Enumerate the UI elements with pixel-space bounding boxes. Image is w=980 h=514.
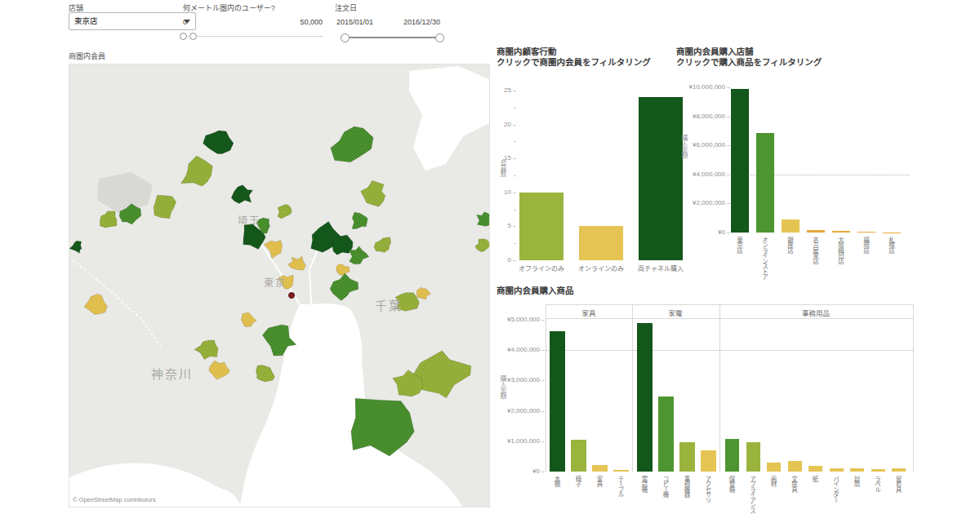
date-slider-track[interactable] — [345, 37, 439, 38]
y-tick-label: ¥0 — [497, 467, 540, 475]
y-tick-mark — [541, 411, 545, 412]
store-location-marker[interactable] — [289, 293, 295, 299]
y-tick-mark — [727, 203, 730, 204]
store-filter-dropdown[interactable]: 東京店 — [69, 12, 196, 30]
x-label: テーブル — [617, 476, 624, 514]
x-label: ラベル — [874, 476, 880, 514]
x-label: 事務機器 — [684, 476, 690, 514]
date-slider-handle-start[interactable] — [341, 33, 350, 42]
y-minor-tick — [514, 175, 516, 176]
bar-オンラインのみ[interactable] — [579, 226, 623, 260]
x-label: 本棚 — [554, 476, 560, 514]
y-tick-label: 25 — [497, 86, 511, 94]
prefecture-label-東京: 東京 — [264, 275, 287, 289]
y-tick-mark — [513, 260, 516, 261]
panel-divider — [546, 304, 546, 472]
prefecture-label-埼玉: 埼玉 — [238, 213, 261, 227]
x-label: 留め具 — [895, 476, 902, 514]
y-tick-mark — [513, 193, 516, 193]
bar-名古屋栄店[interactable] — [807, 230, 825, 233]
date-end-value: 2016/12/30 — [403, 18, 440, 26]
bar-オンラインストア[interactable] — [756, 133, 774, 233]
panel-frame — [546, 304, 913, 305]
x-label: 封筒 — [853, 476, 860, 514]
bar-家具[interactable] — [592, 465, 608, 472]
y-tick-mark — [541, 472, 545, 472]
radius-min-value: 0 — [183, 18, 187, 26]
x-label: アプライアンス — [749, 476, 755, 514]
bar-紙[interactable] — [808, 466, 822, 472]
y-tick-label: ¥1,000,000 — [497, 437, 540, 445]
bar-テーブル[interactable] — [613, 470, 629, 472]
bar-画材[interactable] — [767, 463, 781, 472]
map-title: 商圏内会員 — [69, 51, 105, 61]
x-label: 東京店 — [736, 237, 742, 287]
radius-slider-handle-high[interactable] — [189, 33, 197, 40]
y-tick-label: ¥4,000,000 — [497, 346, 540, 353]
x-label: 電話機 — [641, 476, 648, 514]
radius-slider-handle-low[interactable] — [180, 33, 187, 40]
bar-留め具[interactable] — [892, 468, 906, 472]
radius-slider-track[interactable] — [183, 36, 323, 37]
radius-filter-label: 何メートル圏内のユーザー? — [183, 2, 275, 13]
bar-アプライアンス[interactable] — [746, 442, 760, 472]
y-tick-mark — [541, 350, 545, 351]
x-label: 保管箱 — [728, 476, 735, 514]
bar-東京店[interactable] — [731, 89, 749, 233]
panel-divider — [632, 304, 633, 472]
y-tick-mark — [727, 175, 730, 175]
bar-大阪梅田店[interactable] — [832, 231, 850, 233]
y-tick-label: ¥10,000,000 — [676, 83, 725, 91]
chart-customer-behavior: 商圏内顧客行動 クリックで商圏内会員をフィルタリング 0510152025会員数… — [497, 45, 688, 286]
y-tick-mark — [513, 158, 516, 159]
date-start-value: 2015/01/01 — [336, 18, 373, 26]
reference-line — [546, 350, 913, 351]
y-tick-label: ¥4,000,000 — [676, 171, 725, 178]
bar-アクセサリ[interactable] — [701, 450, 716, 472]
y-minor-tick — [514, 141, 516, 142]
chart1-y-axis-label: 会員数 — [498, 159, 507, 176]
y-minor-tick — [514, 108, 516, 109]
panel-frame — [546, 318, 913, 319]
y-tick-label: ¥2,000,000 — [497, 407, 540, 414]
x-label: アクセサリ — [705, 476, 711, 514]
bar-文房具[interactable] — [788, 461, 802, 472]
y-tick-mark — [513, 91, 516, 91]
x-label: 家具 — [596, 476, 603, 514]
y-minor-tick — [514, 243, 516, 244]
y-tick-label: 5 — [497, 222, 511, 229]
bar-福岡店[interactable] — [858, 232, 875, 233]
y-tick-mark — [513, 226, 516, 227]
bar-ラベル[interactable] — [871, 469, 885, 472]
x-label: 文房具 — [791, 476, 797, 514]
y-tick-label: 20 — [497, 121, 511, 128]
x-label: オフラインのみ — [509, 264, 574, 273]
dashboard: 店舗 東京店 何メートル圏内のユーザー? 0 50,000 注文日 2015/0… — [0, 0, 980, 514]
y-tick-label: ¥8,000,000 — [676, 113, 725, 120]
y-tick-label: ¥5,000,000 — [497, 316, 540, 323]
bar-オフラインのみ[interactable] — [519, 193, 564, 260]
bar-コピー機[interactable] — [658, 397, 674, 472]
y-tick-label: ¥2,000,000 — [676, 199, 725, 206]
date-slider-handle-end[interactable] — [435, 33, 444, 42]
x-label: 福岡店 — [862, 237, 869, 287]
bar-本棚[interactable] — [550, 331, 565, 472]
y-tick-label: 0 — [497, 256, 511, 264]
catchment-map[interactable]: 埼玉東京千葉神奈川 © OpenStreetMap contributors — [69, 64, 490, 507]
x-label: 椅子 — [575, 476, 581, 514]
radius-max-value: 50,000 — [261, 18, 323, 26]
y-tick-mark — [727, 87, 730, 88]
panel-divider — [913, 304, 914, 472]
date-filter-label: 注文日 — [335, 2, 357, 13]
prefecture-label-千葉: 千葉 — [375, 296, 403, 313]
bar-椅子[interactable] — [571, 440, 586, 472]
bar-銀座店[interactable] — [782, 219, 800, 233]
bar-保管箱[interactable] — [725, 439, 739, 472]
bar-電話機[interactable] — [637, 323, 653, 472]
panel-header-家具: 家具 — [540, 308, 638, 317]
bar-封筒[interactable] — [850, 468, 864, 472]
bar-札幌店[interactable] — [883, 233, 901, 233]
prefecture-label-神奈川: 神奈川 — [151, 365, 193, 382]
bar-バインダー[interactable] — [830, 468, 844, 472]
bar-事務機器[interactable] — [679, 442, 695, 472]
